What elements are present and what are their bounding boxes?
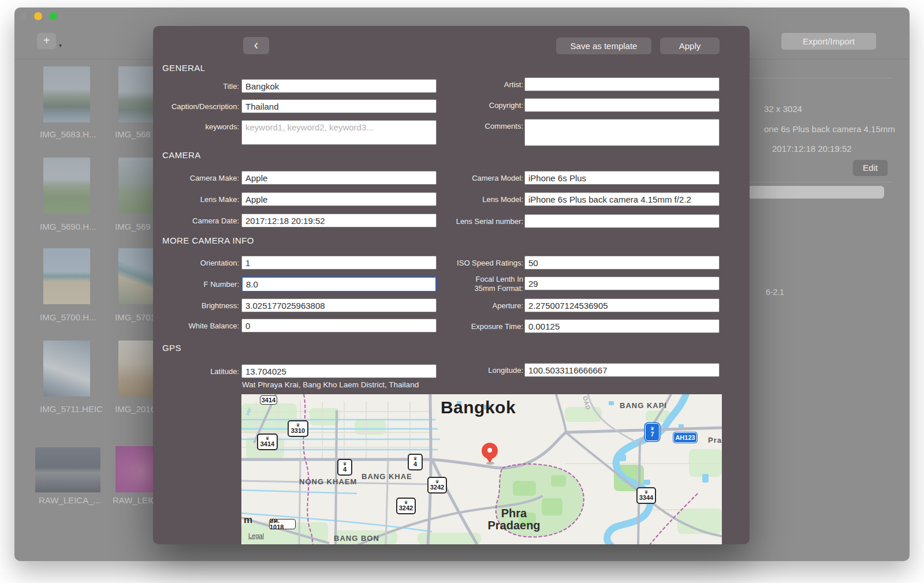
- zoom-window-icon[interactable]: [49, 12, 57, 20]
- motorway-shield-7: ♛7: [645, 423, 660, 441]
- thumbnail-filename: IMG_2016: [115, 404, 155, 414]
- artist-input[interactable]: [524, 77, 720, 91]
- brightness-label: Brightness:: [155, 301, 239, 310]
- photo-dimensions-text: 32 x 3024: [764, 104, 802, 114]
- route-shield-3242: ♛3242: [427, 477, 447, 494]
- route-shield-3414: ♛3414: [257, 433, 278, 450]
- lens-make-label: Lens Make:: [155, 195, 239, 204]
- white-balance-label: White Balance:: [155, 322, 239, 330]
- map-label-bang-kapi: BANG KAPI: [620, 401, 667, 410]
- map-label-praw-partial: Praw: [708, 436, 722, 444]
- focal-35-label: Focal Lenth In 35mm Format:: [460, 275, 523, 293]
- map-label-phra-pradaeng: Phra Pradaeng: [479, 507, 549, 532]
- section-header-gps: GPS: [162, 343, 181, 353]
- export-import-button[interactable]: Export/Import: [781, 33, 876, 50]
- f-number-label: F Number:: [155, 280, 239, 289]
- photo-thumbnail[interactable]: [116, 446, 159, 492]
- save-as-template-button[interactable]: Save as template: [556, 38, 651, 54]
- latitude-label: Latitude:: [155, 367, 239, 376]
- route-shield-3242: ♛3242: [396, 498, 416, 514]
- panel-divider: [737, 78, 892, 79]
- photo-datetime-text: 2017:12:18 20:19:52: [772, 144, 852, 154]
- lens-serial-input[interactable]: [524, 214, 720, 228]
- lens-serial-label: Lens Serial number:: [405, 217, 523, 226]
- route-shield-4: ♛4: [408, 454, 423, 470]
- photo-thumbnail[interactable]: [43, 341, 90, 397]
- route-shield-3414-plain: 3414: [260, 395, 277, 405]
- photo-thumbnail[interactable]: [43, 248, 90, 304]
- map-label-bangkok: Bangkok: [432, 398, 524, 417]
- metadata-editor-dialog: ‹ Save as template Apply GENERAL Title: …: [153, 26, 750, 544]
- section-header-camera: CAMERA: [162, 150, 201, 160]
- comments-input[interactable]: [524, 119, 720, 146]
- camera-model-label: Camera Model:: [405, 174, 523, 182]
- aperture-input[interactable]: [524, 298, 720, 312]
- exposure-time-input[interactable]: [524, 319, 720, 333]
- apply-button[interactable]: Apply: [660, 38, 720, 54]
- longitude-label: Longitude:: [405, 366, 523, 375]
- orientation-label: Orientation:: [155, 259, 239, 267]
- artist-label: Artist:: [405, 80, 523, 89]
- map-legal-link[interactable]: Legal: [248, 532, 264, 539]
- map-label-nong-khaem: NONG KHAEM: [299, 477, 357, 486]
- camera-date-label: Camera Date:: [155, 216, 239, 225]
- metadata-field-bar: [748, 186, 884, 199]
- lens-model-input[interactable]: [524, 192, 720, 206]
- photo-thumbnail[interactable]: [43, 158, 90, 214]
- keywords-label: keywords:: [155, 122, 239, 131]
- photo-thumbnail[interactable]: [43, 66, 90, 122]
- gps-location-pin-icon: [482, 443, 498, 459]
- minimize-window-icon[interactable]: [34, 12, 42, 20]
- thumbnail-filename: IMG_5701: [115, 312, 155, 322]
- longitude-input[interactable]: [524, 363, 720, 377]
- thumbnail-filename: IMG_569: [115, 222, 151, 231]
- f-number-input[interactable]: [241, 276, 437, 292]
- thumbnail-filename: IMG_5711.HEIC: [40, 404, 103, 414]
- lens-model-label: Lens Model:: [405, 195, 523, 204]
- lens-text: 6-2.1: [766, 287, 784, 297]
- photo-camera-text: one 6s Plus back camera 4.15mm: [764, 124, 895, 134]
- thumbnail-filename: IMG_5700.H...: [40, 312, 96, 322]
- back-button[interactable]: ‹: [243, 37, 269, 54]
- iso-label: ISO Speed Ratings:: [405, 259, 523, 267]
- route-shield-3310: ♛3310: [288, 420, 308, 437]
- route-shield-ah123: AH123: [673, 432, 697, 443]
- map-label-bang-khae: BANG KHAE: [362, 472, 412, 481]
- copyright-label: Copyright:: [405, 101, 523, 110]
- photo-thumbnail[interactable]: [35, 447, 100, 492]
- copyright-input[interactable]: [524, 98, 720, 112]
- focal-35-input[interactable]: [524, 276, 720, 290]
- section-header-general: GENERAL: [162, 63, 206, 73]
- map-scale-text: m: [244, 514, 252, 526]
- map-label-bang-bon: BANG BON: [334, 534, 379, 543]
- caption-label: Caption/Description:: [155, 102, 239, 111]
- iso-input[interactable]: [524, 256, 720, 270]
- add-menu-caret-icon[interactable]: ▾: [59, 42, 62, 48]
- camera-make-label: Camera Make:: [155, 174, 239, 182]
- panel-divider: [737, 182, 892, 182]
- thumbnail-filename: IMG_568: [115, 129, 151, 139]
- thumbnail-filename: RAW_LEICA_...: [39, 495, 100, 505]
- camera-model-input[interactable]: [524, 171, 720, 185]
- exposure-time-label: Exposure Time:: [405, 322, 523, 331]
- thumbnail-filename: IMG_5683.H...: [40, 129, 96, 139]
- comments-label: Comments:: [405, 122, 523, 130]
- gps-map[interactable]: Bangkok BANG KAPI NONG KHAEM BANG KHAE P…: [241, 394, 722, 544]
- close-window-icon[interactable]: [19, 12, 27, 20]
- aperture-label: Aperture:: [405, 301, 523, 310]
- route-shield-1018: สค. 1018: [269, 519, 296, 529]
- thumbnail-filename: RAW_LEIC: [113, 495, 157, 505]
- title-label: Title:: [155, 82, 239, 91]
- thumbnail-filename: IMG_5690.H...: [40, 222, 96, 231]
- route-shield-3344: ♛3344: [636, 487, 656, 504]
- add-photos-button[interactable]: +: [37, 33, 56, 49]
- edit-button[interactable]: Edit: [853, 160, 888, 176]
- section-header-more-camera-info: MORE CAMERA INFO: [162, 236, 254, 245]
- gps-address-text: Wat Phraya Krai, Bang Kho Laem District,…: [242, 380, 419, 389]
- route-shield-4: ♛4: [337, 459, 352, 476]
